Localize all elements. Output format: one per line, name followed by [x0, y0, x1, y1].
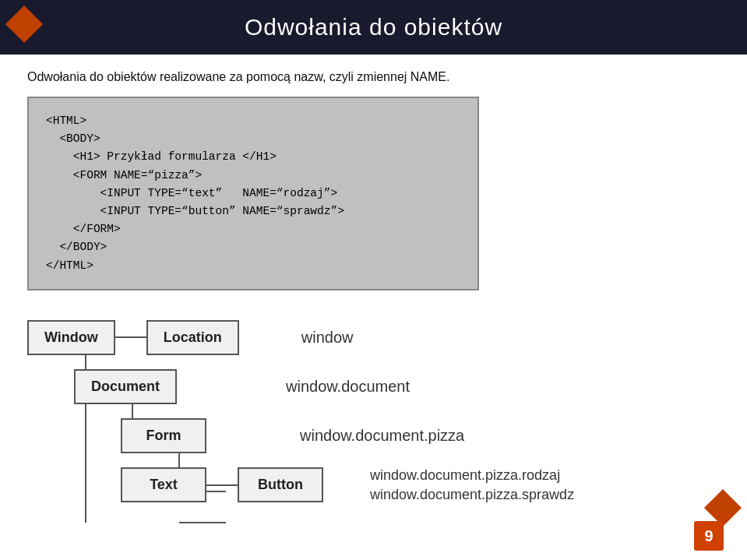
text-value: window.document.pizza.rodzaj	[370, 467, 574, 484]
code-line-4: <FORM NAME=“pizza”>	[46, 167, 460, 185]
window-box: Window	[27, 320, 115, 355]
hierarchy-row-text-button: Text Button window.document.pizza.rodzaj…	[121, 467, 720, 503]
code-line-5: <INPUT TYPE=“text” NAME=“rodzaj”>	[46, 185, 460, 203]
main-content: Odwołania do obiektów realizowane za pom…	[0, 55, 747, 527]
hierarchy-row-form: Form window.document.pizza	[121, 418, 720, 453]
header-logo-diamond	[5, 5, 43, 43]
code-line-3: <H1> Przykład formularza </H1>	[46, 148, 460, 166]
location-box: Location	[146, 320, 239, 355]
text-box: Text	[121, 467, 206, 502]
header-title: Odwołania do obiektów	[245, 14, 502, 41]
header: Odwołania do obiektów	[0, 0, 747, 55]
subtitle-text: Odwołania do obiektów realizowane za pom…	[27, 70, 720, 84]
hierarchy-row-document: Document window.document	[74, 369, 720, 404]
code-line-1: <HTML>	[46, 112, 460, 130]
window-value: window	[301, 329, 354, 347]
text-button-values: window.document.pizza.rodzaj window.docu…	[370, 467, 574, 503]
button-box: Button	[238, 467, 323, 502]
hierarchy-row-window: Window Location window	[27, 320, 720, 355]
code-line-2: <BODY>	[46, 130, 460, 148]
form-box: Form	[121, 418, 206, 453]
code-line-8: </BODY>	[46, 238, 460, 256]
code-line-7: </FORM>	[46, 220, 460, 238]
code-block: <HTML> <BODY> <H1> Przykład formularza <…	[27, 97, 479, 291]
connector-text-button	[206, 484, 238, 486]
code-line-6: <INPUT TYPE=“button” NAME=“sprawdz”>	[46, 203, 460, 220]
form-value: window.document.pizza	[300, 427, 464, 445]
document-box: Document	[74, 369, 177, 404]
connector-window-location	[115, 336, 146, 338]
button-value: window.document.pizza.sprawdz	[370, 487, 574, 503]
page-number: 9	[694, 521, 724, 551]
code-line-9: </HTML>	[46, 257, 460, 275]
hierarchy-diagram: Window Location window Document window.d…	[27, 312, 720, 503]
document-value: window.document	[286, 378, 410, 396]
